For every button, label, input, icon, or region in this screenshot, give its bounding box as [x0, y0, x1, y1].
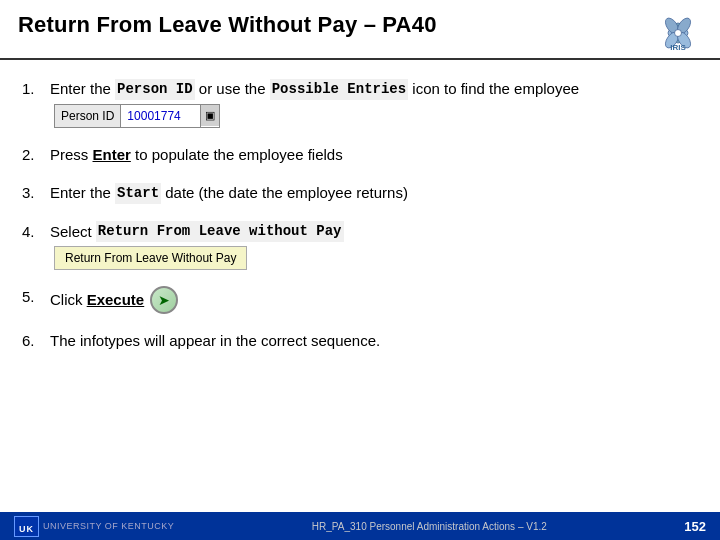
step-2-text-b: to populate the employee fields	[131, 144, 343, 167]
step-1-text-c: icon to find the employee	[408, 78, 579, 101]
step-5-text-a: Click	[50, 289, 87, 312]
step-2: 2. Press Enter to populate the employee …	[22, 136, 698, 175]
step-5-text-row: Click Execute ➤	[50, 286, 698, 314]
step-1-number: 1.	[22, 78, 50, 101]
person-id-value[interactable]: 10001774	[121, 105, 201, 127]
step-4-text-row: Select Return From Leave without Pay	[50, 221, 698, 244]
step-4-number: 4.	[22, 221, 50, 244]
step-5-content: Click Execute ➤	[50, 286, 698, 314]
footer: UK UNIVERSITY OF KENTUCKY HR_PA_310 Pers…	[0, 512, 720, 540]
step-3-content: Enter the Start date (the date the emplo…	[50, 182, 698, 205]
step-4-content: Select Return From Leave without Pay Ret…	[50, 221, 698, 271]
iris-logo-graphic: IRIS	[654, 14, 702, 52]
step-3: 3. Enter the Start date (the date the em…	[22, 174, 698, 213]
step-2-text-a: Press	[50, 144, 93, 167]
step-1: 1. Enter the Person ID or use the Possib…	[22, 70, 698, 136]
person-id-widget[interactable]: Person ID 10001774 ▣	[54, 104, 220, 128]
execute-icon[interactable]: ➤	[150, 286, 178, 314]
step-4-text-a: Select	[50, 221, 96, 244]
step-6-text-row: The infotypes will appear in the correct…	[50, 330, 698, 353]
execute-text-label: Execute	[87, 289, 145, 312]
step-3-number: 3.	[22, 182, 50, 205]
step-6: 6. The infotypes will appear in the corr…	[22, 322, 698, 361]
step-3-text-a: Enter the	[50, 182, 115, 205]
header: Return From Leave Without Pay – PA40 IRI…	[0, 0, 720, 60]
page-title: Return From Leave Without Pay – PA40	[18, 12, 437, 38]
person-id-lookup-icon[interactable]: ▣	[201, 105, 219, 126]
return-from-leave-button[interactable]: Return From Leave Without Pay	[54, 246, 247, 270]
svg-text:IRIS: IRIS	[670, 43, 686, 52]
step-5-number: 5.	[22, 286, 50, 309]
iris-logo: IRIS	[654, 14, 702, 52]
rfl-text-label: Return From Leave without Pay	[96, 221, 344, 242]
step-2-text-row: Press Enter to populate the employee fie…	[50, 144, 698, 167]
uk-logo: UK UNIVERSITY OF KENTUCKY	[14, 516, 174, 537]
main-content: 1. Enter the Person ID or use the Possib…	[0, 60, 720, 512]
uk-university-label: UNIVERSITY OF KENTUCKY	[43, 521, 174, 531]
step-6-number: 6.	[22, 330, 50, 353]
uk-logo-text: UK	[19, 524, 34, 534]
person-id-label: Person ID	[115, 79, 195, 100]
step-1-text-b: or use the	[195, 78, 270, 101]
person-id-field-label: Person ID	[55, 105, 121, 127]
step-3-text-row: Enter the Start date (the date the emplo…	[50, 182, 698, 205]
footer-page-number: 152	[684, 519, 706, 534]
svg-point-6	[675, 30, 682, 37]
step-5: 5. Click Execute ➤	[22, 278, 698, 322]
step-6-text: The infotypes will appear in the correct…	[50, 330, 380, 353]
step-1-text-row: Enter the Person ID or use the Possible …	[50, 78, 698, 128]
enter-label: Enter	[93, 144, 131, 167]
footer-center-text: HR_PA_310 Personnel Administration Actio…	[312, 521, 547, 532]
step-2-content: Press Enter to populate the employee fie…	[50, 144, 698, 167]
step-1-content: Enter the Person ID or use the Possible …	[50, 78, 698, 128]
step-6-content: The infotypes will appear in the correct…	[50, 330, 698, 353]
uk-logo-box: UK	[14, 516, 39, 537]
rfl-button-wrapper: Return From Leave Without Pay	[50, 243, 698, 270]
step-3-text-b: date (the date the employee returns)	[161, 182, 408, 205]
page-container: Return From Leave Without Pay – PA40 IRI…	[0, 0, 720, 540]
step-4: 4. Select Return From Leave without Pay …	[22, 213, 698, 279]
start-label: Start	[115, 183, 161, 204]
step-2-number: 2.	[22, 144, 50, 167]
possible-entries-label: Possible Entries	[270, 79, 408, 100]
step-1-text-a: Enter the	[50, 78, 115, 101]
